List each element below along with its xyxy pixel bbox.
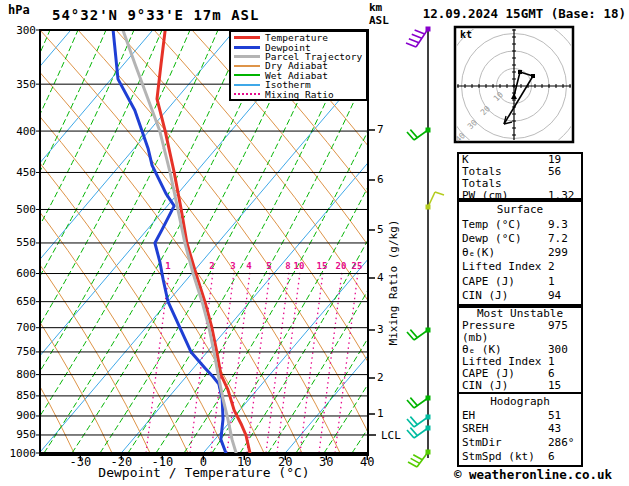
temp-tick-label: -20 [101, 456, 141, 469]
index-label: Totals Totals [462, 166, 548, 190]
surface-box: Surface Temp (°C)9.3 Dewp (°C)7.2 θₑ(K)2… [457, 200, 583, 306]
wind-barb-marker [426, 396, 431, 401]
index-row: StmDir286° [462, 437, 578, 449]
temp-tick-label: 20 [265, 456, 305, 469]
temp-tick-label: 30 [306, 456, 346, 469]
index-row: EH51 [462, 410, 578, 422]
stability-indices-box: K19 Totals Totals56 PW (cm)1.32 [457, 152, 583, 200]
pressure-tick-label: 500 [4, 203, 36, 216]
wet-adiabat-line [604, 30, 629, 453]
km-tick-label: 6 [377, 174, 384, 186]
pressure-tick-label: 650 [4, 295, 36, 308]
mixing-ratio-value-label: 2 [204, 261, 220, 271]
index-label: SREH [462, 423, 548, 435]
copyright: © weatheronline.co.uk [438, 467, 628, 482]
height-axis-unit-km: km [369, 1, 382, 14]
wind-barb-tick [415, 30, 425, 34]
index-row: Temp (°C)9.3 [462, 219, 578, 231]
legend-item: Mixing Ratio [234, 89, 366, 98]
wet-adiabat-line [16, 30, 246, 453]
index-row: Lifted Index2 [462, 261, 578, 273]
index-value: 7.2 [548, 233, 578, 245]
wet-adiabat-swatch [234, 74, 260, 76]
legend-item: Isotherm [234, 80, 366, 89]
index-row: CIN (J)15 [462, 380, 578, 392]
wind-barb-tick [406, 43, 416, 47]
pressure-tick-label: 600 [4, 267, 36, 280]
mixing-ratio-value-label: 1 [160, 261, 176, 271]
temp-tick-label: 0 [183, 456, 223, 469]
legend-label: Isotherm [265, 80, 311, 89]
index-value: 299 [548, 247, 578, 259]
index-label: Dewp (°C) [462, 233, 548, 245]
wind-barb-marker [426, 328, 431, 333]
hodograph-stats-box: Hodograph EH51 SREH43 StmDir286° StmSpd … [457, 392, 583, 467]
index-value: 6 [548, 451, 578, 463]
wind-barb-tick [412, 34, 422, 38]
mixing-ratio-value-label: 5 [261, 261, 277, 271]
station-title: 54°32'N 9°33'E 17m ASL [52, 7, 259, 23]
mixing-ratio-value-label: 25 [349, 261, 365, 271]
temp-tick-label: -10 [142, 456, 182, 469]
pressure-tick-label: 700 [4, 321, 36, 334]
index-row: θₑ(K)299 [462, 247, 578, 259]
km-tick-label: 7 [377, 124, 384, 136]
pressure-tick-label: 1000 [4, 447, 36, 460]
most-unstable-box: Most Unstable Pressure (mb)975 θₑ (K)300… [457, 306, 583, 394]
wind-barb-marker [426, 128, 431, 133]
index-value: 1 [548, 276, 578, 288]
dry-adiabat-line [610, 30, 629, 453]
km-tick-label: 5 [377, 224, 384, 236]
km-tick-label: 2 [377, 372, 384, 384]
index-value: 9.3 [548, 219, 578, 231]
pressure-tick-label: 850 [4, 389, 36, 402]
index-label: StmDir [462, 437, 548, 449]
wind-barb [407, 128, 431, 141]
pressure-tick-label: 350 [4, 78, 36, 91]
wind-barb [406, 27, 431, 48]
mixing-ratio-value-label: 20 [333, 261, 349, 271]
index-label: Lifted Index [462, 261, 548, 273]
hodograph-box-title: Hodograph [462, 396, 578, 408]
wind-barb-tick [435, 192, 444, 195]
legend-label: Mixing Ratio [265, 90, 334, 99]
height-axis-unit-asl: ASL [369, 14, 389, 27]
pressure-tick-label: 550 [4, 236, 36, 249]
km-tick-label: 1 [377, 408, 384, 420]
index-label: CIN (J) [462, 380, 548, 392]
wind-barb-marker [426, 426, 431, 431]
index-row: Totals Totals56 [462, 166, 578, 190]
index-label: θₑ(K) [462, 247, 548, 259]
wind-barb-tick [408, 462, 417, 467]
temp-tick-label: -30 [60, 456, 100, 469]
wind-barb-tick [411, 458, 420, 463]
index-row: Dewp (°C)7.2 [462, 233, 578, 245]
isotherm-swatch [234, 84, 260, 86]
mixing-ratio-swatch [234, 93, 260, 95]
pressure-tick-label: 300 [4, 24, 36, 37]
index-value: 975 [548, 320, 578, 344]
mixing-ratio-axis-title: Mixing Ratio (g/kg) [387, 213, 400, 353]
pressure-axis-unit: hPa [8, 3, 30, 17]
wind-barb-marker [426, 415, 431, 420]
index-row: SREH43 [462, 423, 578, 435]
dewpoint-curve [113, 30, 226, 453]
wind-barb [407, 426, 431, 439]
mixing-ratio-value-label: 3 [225, 261, 241, 271]
index-value: 51 [548, 410, 578, 422]
mixing-ratio-line [146, 272, 169, 453]
km-tick-label: 3 [377, 324, 384, 336]
skewt-sounding-page: 54°32'N 9°33'E 17m ASL hPa km ASL 12.09.… [0, 0, 629, 486]
index-row: CAPE (J)1 [462, 276, 578, 288]
index-row: Pressure (mb)975 [462, 320, 578, 344]
index-value: 15 [548, 380, 578, 392]
km-tick-label: 4 [377, 272, 384, 284]
pressure-tick-label: 800 [4, 368, 36, 381]
temp-tick-label: 10 [224, 456, 264, 469]
hodograph-trace-marker [518, 70, 522, 74]
surface-box-title: Surface [462, 204, 578, 216]
index-label: Temp (°C) [462, 219, 548, 231]
pressure-tick-label: 400 [4, 125, 36, 138]
mixing-ratio-value-label: 15 [314, 261, 330, 271]
index-label: StmSpd (kt) [462, 451, 548, 463]
